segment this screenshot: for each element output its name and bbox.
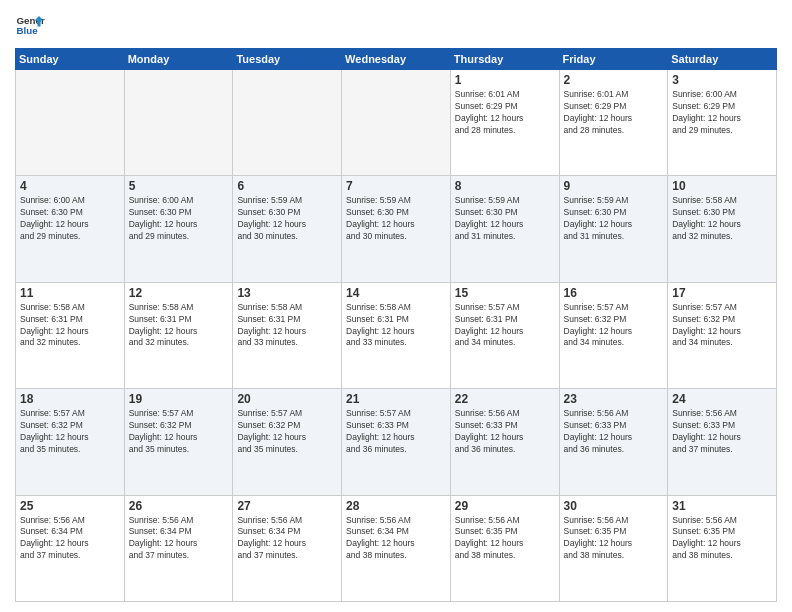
day-number: 15 (455, 286, 555, 300)
calendar-cell: 4Sunrise: 6:00 AM Sunset: 6:30 PM Daylig… (16, 176, 125, 282)
calendar-cell: 8Sunrise: 5:59 AM Sunset: 6:30 PM Daylig… (450, 176, 559, 282)
calendar-week-3: 11Sunrise: 5:58 AM Sunset: 6:31 PM Dayli… (16, 282, 777, 388)
day-number: 29 (455, 499, 555, 513)
day-number: 3 (672, 73, 772, 87)
day-info: Sunrise: 5:56 AM Sunset: 6:33 PM Dayligh… (564, 408, 664, 456)
day-number: 25 (20, 499, 120, 513)
weekday-header-friday: Friday (559, 49, 668, 70)
day-number: 1 (455, 73, 555, 87)
weekday-header-row: SundayMondayTuesdayWednesdayThursdayFrid… (16, 49, 777, 70)
calendar-cell: 25Sunrise: 5:56 AM Sunset: 6:34 PM Dayli… (16, 495, 125, 601)
day-number: 28 (346, 499, 446, 513)
day-info: Sunrise: 5:57 AM Sunset: 6:33 PM Dayligh… (346, 408, 446, 456)
calendar-cell: 13Sunrise: 5:58 AM Sunset: 6:31 PM Dayli… (233, 282, 342, 388)
calendar-cell: 2Sunrise: 6:01 AM Sunset: 6:29 PM Daylig… (559, 70, 668, 176)
calendar-cell: 23Sunrise: 5:56 AM Sunset: 6:33 PM Dayli… (559, 389, 668, 495)
day-number: 16 (564, 286, 664, 300)
calendar-cell (16, 70, 125, 176)
day-number: 2 (564, 73, 664, 87)
svg-text:Blue: Blue (17, 25, 39, 36)
day-info: Sunrise: 5:57 AM Sunset: 6:32 PM Dayligh… (20, 408, 120, 456)
calendar-cell: 27Sunrise: 5:56 AM Sunset: 6:34 PM Dayli… (233, 495, 342, 601)
day-info: Sunrise: 5:56 AM Sunset: 6:35 PM Dayligh… (564, 515, 664, 563)
calendar-cell: 22Sunrise: 5:56 AM Sunset: 6:33 PM Dayli… (450, 389, 559, 495)
calendar-cell: 5Sunrise: 6:00 AM Sunset: 6:30 PM Daylig… (124, 176, 233, 282)
logo: General Blue (15, 10, 45, 40)
calendar-cell: 17Sunrise: 5:57 AM Sunset: 6:32 PM Dayli… (668, 282, 777, 388)
weekday-header-thursday: Thursday (450, 49, 559, 70)
day-number: 18 (20, 392, 120, 406)
day-info: Sunrise: 5:58 AM Sunset: 6:31 PM Dayligh… (20, 302, 120, 350)
day-info: Sunrise: 5:56 AM Sunset: 6:34 PM Dayligh… (346, 515, 446, 563)
calendar-cell: 9Sunrise: 5:59 AM Sunset: 6:30 PM Daylig… (559, 176, 668, 282)
day-info: Sunrise: 5:56 AM Sunset: 6:34 PM Dayligh… (237, 515, 337, 563)
day-number: 11 (20, 286, 120, 300)
weekday-header-saturday: Saturday (668, 49, 777, 70)
day-info: Sunrise: 6:00 AM Sunset: 6:29 PM Dayligh… (672, 89, 772, 137)
calendar-week-4: 18Sunrise: 5:57 AM Sunset: 6:32 PM Dayli… (16, 389, 777, 495)
calendar-cell: 11Sunrise: 5:58 AM Sunset: 6:31 PM Dayli… (16, 282, 125, 388)
day-info: Sunrise: 5:56 AM Sunset: 6:34 PM Dayligh… (129, 515, 229, 563)
day-info: Sunrise: 5:58 AM Sunset: 6:31 PM Dayligh… (346, 302, 446, 350)
day-info: Sunrise: 5:57 AM Sunset: 6:31 PM Dayligh… (455, 302, 555, 350)
day-info: Sunrise: 6:01 AM Sunset: 6:29 PM Dayligh… (564, 89, 664, 137)
calendar-cell: 21Sunrise: 5:57 AM Sunset: 6:33 PM Dayli… (342, 389, 451, 495)
calendar-cell (342, 70, 451, 176)
day-info: Sunrise: 5:56 AM Sunset: 6:33 PM Dayligh… (455, 408, 555, 456)
calendar-cell: 10Sunrise: 5:58 AM Sunset: 6:30 PM Dayli… (668, 176, 777, 282)
calendar-cell: 14Sunrise: 5:58 AM Sunset: 6:31 PM Dayli… (342, 282, 451, 388)
day-info: Sunrise: 6:01 AM Sunset: 6:29 PM Dayligh… (455, 89, 555, 137)
day-number: 23 (564, 392, 664, 406)
day-info: Sunrise: 5:58 AM Sunset: 6:31 PM Dayligh… (237, 302, 337, 350)
day-info: Sunrise: 5:59 AM Sunset: 6:30 PM Dayligh… (455, 195, 555, 243)
day-number: 10 (672, 179, 772, 193)
day-number: 17 (672, 286, 772, 300)
weekday-header-sunday: Sunday (16, 49, 125, 70)
day-number: 22 (455, 392, 555, 406)
day-number: 13 (237, 286, 337, 300)
day-info: Sunrise: 5:59 AM Sunset: 6:30 PM Dayligh… (564, 195, 664, 243)
calendar-cell: 31Sunrise: 5:56 AM Sunset: 6:35 PM Dayli… (668, 495, 777, 601)
day-info: Sunrise: 5:57 AM Sunset: 6:32 PM Dayligh… (237, 408, 337, 456)
day-info: Sunrise: 5:57 AM Sunset: 6:32 PM Dayligh… (129, 408, 229, 456)
calendar-cell: 7Sunrise: 5:59 AM Sunset: 6:30 PM Daylig… (342, 176, 451, 282)
day-number: 30 (564, 499, 664, 513)
calendar-cell: 30Sunrise: 5:56 AM Sunset: 6:35 PM Dayli… (559, 495, 668, 601)
weekday-header-tuesday: Tuesday (233, 49, 342, 70)
weekday-header-wednesday: Wednesday (342, 49, 451, 70)
calendar-week-5: 25Sunrise: 5:56 AM Sunset: 6:34 PM Dayli… (16, 495, 777, 601)
calendar-cell: 29Sunrise: 5:56 AM Sunset: 6:35 PM Dayli… (450, 495, 559, 601)
calendar-week-1: 1Sunrise: 6:01 AM Sunset: 6:29 PM Daylig… (16, 70, 777, 176)
calendar-cell: 26Sunrise: 5:56 AM Sunset: 6:34 PM Dayli… (124, 495, 233, 601)
day-number: 5 (129, 179, 229, 193)
day-info: Sunrise: 5:59 AM Sunset: 6:30 PM Dayligh… (346, 195, 446, 243)
day-info: Sunrise: 5:56 AM Sunset: 6:35 PM Dayligh… (455, 515, 555, 563)
day-number: 6 (237, 179, 337, 193)
day-number: 26 (129, 499, 229, 513)
day-number: 9 (564, 179, 664, 193)
day-info: Sunrise: 5:59 AM Sunset: 6:30 PM Dayligh… (237, 195, 337, 243)
calendar-week-2: 4Sunrise: 6:00 AM Sunset: 6:30 PM Daylig… (16, 176, 777, 282)
day-number: 19 (129, 392, 229, 406)
day-info: Sunrise: 5:58 AM Sunset: 6:31 PM Dayligh… (129, 302, 229, 350)
day-info: Sunrise: 6:00 AM Sunset: 6:30 PM Dayligh… (129, 195, 229, 243)
calendar-cell: 24Sunrise: 5:56 AM Sunset: 6:33 PM Dayli… (668, 389, 777, 495)
calendar-cell: 12Sunrise: 5:58 AM Sunset: 6:31 PM Dayli… (124, 282, 233, 388)
day-info: Sunrise: 5:58 AM Sunset: 6:30 PM Dayligh… (672, 195, 772, 243)
calendar-cell: 20Sunrise: 5:57 AM Sunset: 6:32 PM Dayli… (233, 389, 342, 495)
day-info: Sunrise: 5:56 AM Sunset: 6:35 PM Dayligh… (672, 515, 772, 563)
day-number: 12 (129, 286, 229, 300)
day-info: Sunrise: 5:57 AM Sunset: 6:32 PM Dayligh… (564, 302, 664, 350)
weekday-header-monday: Monday (124, 49, 233, 70)
calendar-cell: 15Sunrise: 5:57 AM Sunset: 6:31 PM Dayli… (450, 282, 559, 388)
header: General Blue (15, 10, 777, 40)
day-number: 14 (346, 286, 446, 300)
day-info: Sunrise: 5:56 AM Sunset: 6:34 PM Dayligh… (20, 515, 120, 563)
calendar-cell: 18Sunrise: 5:57 AM Sunset: 6:32 PM Dayli… (16, 389, 125, 495)
logo-icon: General Blue (15, 10, 45, 40)
calendar-cell: 6Sunrise: 5:59 AM Sunset: 6:30 PM Daylig… (233, 176, 342, 282)
day-info: Sunrise: 6:00 AM Sunset: 6:30 PM Dayligh… (20, 195, 120, 243)
calendar-cell: 3Sunrise: 6:00 AM Sunset: 6:29 PM Daylig… (668, 70, 777, 176)
page: General Blue SundayMondayTuesdayWednesda… (0, 0, 792, 612)
day-number: 20 (237, 392, 337, 406)
